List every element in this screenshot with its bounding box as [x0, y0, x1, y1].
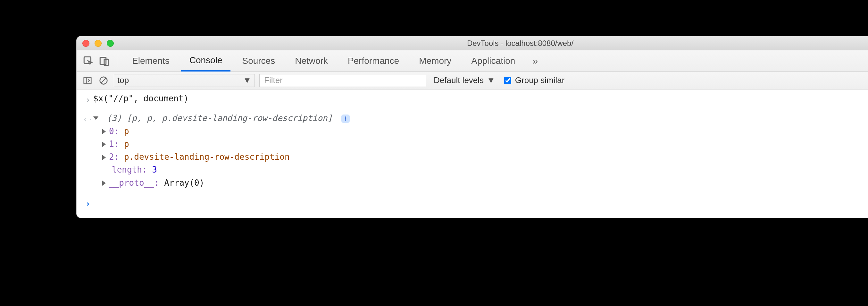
traffic-lights — [76, 40, 114, 47]
chevron-down-icon: ▼ — [243, 75, 251, 85]
array-proto[interactable]: __proto__: Array(0) — [93, 176, 868, 189]
titlebar: DevTools - localhost:8080/web/ — [76, 36, 868, 50]
array-length: length: 3 — [93, 163, 868, 176]
tab-network[interactable]: Network — [286, 50, 336, 71]
device-toolbar-icon[interactable] — [98, 55, 111, 67]
disclosure-triangle-closed-icon[interactable] — [102, 180, 106, 186]
array-summary-line[interactable]: (3) [p, p, p.devsite-landing-row-descrip… — [93, 112, 868, 124]
execution-context-label: top — [117, 75, 129, 85]
array-entry[interactable]: 2: p.devsite-landing-row-description — [93, 150, 868, 163]
array-entry[interactable]: 0: p — [93, 125, 868, 138]
chevron-down-icon: ▼ — [487, 75, 495, 85]
log-levels-select[interactable]: Default levels ▼ — [431, 75, 498, 85]
console-input-echo: › $x("//p", document) — [76, 89, 868, 109]
minimize-window-button[interactable] — [95, 40, 102, 47]
array-count: (3) — [107, 113, 122, 123]
tab-application[interactable]: Application — [463, 50, 523, 71]
divider — [117, 55, 117, 67]
info-badge-icon[interactable]: i — [341, 114, 350, 123]
input-expression[interactable]: $x("//p", document) — [93, 92, 868, 105]
svg-line-6 — [101, 78, 106, 83]
tab-sources[interactable]: Sources — [234, 50, 283, 71]
tabs-overflow-button[interactable]: » — [527, 55, 544, 66]
tab-memory[interactable]: Memory — [411, 50, 460, 71]
input-caret-icon: › — [82, 92, 93, 106]
tab-console[interactable]: Console — [181, 51, 231, 72]
disclosure-triangle-closed-icon[interactable] — [102, 142, 106, 147]
toggle-console-sidebar-icon[interactable] — [82, 75, 93, 86]
console-prompt[interactable]: › — [76, 194, 868, 218]
output-caret-icon: ‹· — [82, 112, 93, 126]
console-input[interactable] — [93, 199, 868, 208]
prompt-caret-icon: › — [82, 197, 93, 210]
inspect-element-icon[interactable] — [82, 55, 95, 67]
window-title: DevTools - localhost:8080/web/ — [76, 39, 868, 48]
devtools-window: DevTools - localhost:8080/web/ Elements … — [76, 36, 868, 218]
console-output: › $x("//p", document) ‹· (3) [p, p, p.de… — [76, 89, 868, 218]
svg-rect-1 — [100, 57, 106, 64]
execution-context-select[interactable]: top ▼ — [114, 74, 255, 87]
tab-performance[interactable]: Performance — [339, 50, 407, 71]
filter-input[interactable] — [259, 74, 426, 87]
disclosure-triangle-closed-icon[interactable] — [102, 129, 106, 134]
console-result: ‹· (3) [p, p, p.devsite-landing-row-desc… — [76, 109, 868, 194]
close-window-button[interactable] — [82, 40, 89, 47]
zoom-window-button[interactable] — [107, 40, 114, 47]
disclosure-triangle-open-icon[interactable] — [93, 116, 98, 120]
disclosure-triangle-closed-icon[interactable] — [102, 155, 106, 160]
tab-elements[interactable]: Elements — [124, 50, 178, 71]
clear-console-icon[interactable] — [98, 75, 109, 86]
console-toolbar: top ▼ Default levels ▼ Group similar — [76, 72, 868, 89]
group-similar-checkbox[interactable]: Group similar — [503, 75, 565, 85]
group-similar-label: Group similar — [515, 75, 565, 85]
main-tabs: Elements Console Sources Network Perform… — [76, 50, 868, 72]
log-levels-label: Default levels — [434, 75, 484, 85]
array-entry[interactable]: 1: p — [93, 138, 868, 150]
group-similar-input[interactable] — [504, 77, 511, 84]
